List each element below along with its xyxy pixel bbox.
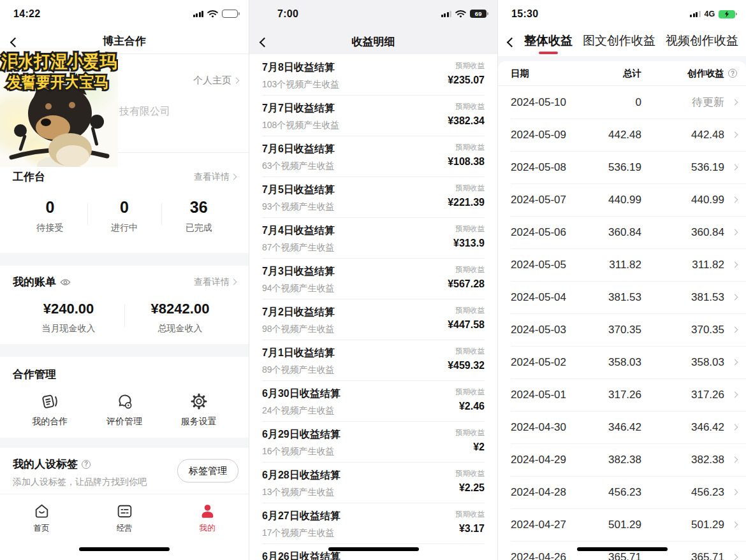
income-settlement-row[interactable]: 6月29日收益结算 16个视频产生收益 预期收益 ¥2 [249, 421, 497, 462]
bill-month-income[interactable]: ¥240.00 当月现金收入 [13, 301, 124, 334]
row-creation-income: 360.84 [641, 226, 724, 239]
row-date: 2024-05-05 [511, 259, 586, 271]
persona-title: 我的人设标签 [13, 457, 78, 471]
tab-home[interactable]: 首页 [0, 502, 83, 560]
income-table-row[interactable]: 2024-05-10 0 待更新 [498, 86, 746, 118]
income-settlement-row[interactable]: 7月6日收益结算 63个视频产生收益 预期收益 ¥108.38 [249, 136, 497, 176]
chevron-right-icon [732, 359, 738, 366]
row-total: 365.71 [586, 551, 641, 560]
income-table-row[interactable]: 2024-05-01 317.26 317.26 [498, 378, 746, 411]
row-creation-income: 370.35 [641, 324, 724, 336]
row-date: 2024-05-06 [511, 226, 586, 239]
row-total: 501.29 [586, 519, 641, 531]
income-settlement-row[interactable]: 7月3日收益结算 94个视频产生收益 预期收益 ¥567.28 [249, 258, 497, 299]
row-date: 2024-05-08 [511, 161, 586, 174]
income-table-row[interactable]: 2024-05-09 442.48 442.48 [498, 118, 746, 151]
income-table-row[interactable]: 2024-05-04 381.53 381.53 [498, 281, 746, 313]
income-settlement-list: 7月8日收益结算 103个视频产生收益 预期收益 ¥235.07 7月7日收益结… [249, 54, 497, 560]
question-icon[interactable]: ? [82, 460, 91, 469]
tab-graphic-income[interactable]: 图文创作收益 [583, 32, 655, 53]
question-icon[interactable]: ? [728, 69, 737, 78]
income-settlement-row[interactable]: 7月7日收益结算 108个视频产生收益 预期收益 ¥382.34 [249, 95, 497, 136]
row-creation-income: 456.23 [641, 486, 724, 499]
stat-completed[interactable]: 36 已完成 [161, 198, 236, 234]
income-settlement-row[interactable]: 6月27日收益结算 17个视频产生收益 预期收益 ¥3.17 [249, 503, 497, 543]
section-divider [0, 438, 249, 448]
settlement-subtitle: 93个视频产生收益 [262, 201, 335, 213]
income-table-row[interactable]: 2024-05-06 360.84 360.84 [498, 216, 746, 248]
status-time: 14:22 [13, 8, 40, 20]
row-creation-income: 442.48 [641, 129, 724, 141]
stat-pending[interactable]: 0 待接受 [13, 198, 87, 234]
row-total: 346.42 [586, 421, 641, 434]
income-table-row[interactable]: 2024-04-30 346.42 346.42 [498, 411, 746, 443]
tab-profile[interactable]: 我的 [166, 502, 249, 560]
income-settlement-row[interactable]: 6月28日收益结算 13个视频产生收益 预期收益 ¥2.25 [249, 462, 497, 503]
signal-icon [441, 11, 452, 17]
row-total: 360.84 [586, 226, 641, 239]
profile-home-link[interactable]: 个人主页 [193, 75, 238, 87]
sticker-text-line1: 泪水打湿小爱玛 [1, 52, 117, 71]
tab-video-income[interactable]: 视频创作收益 [666, 32, 738, 53]
income-settlement-row[interactable]: 7月8日收益结算 103个视频产生收益 预期收益 ¥235.07 [249, 54, 497, 95]
tab-overall-income[interactable]: 整体收益 [524, 32, 573, 53]
status-time: 15:30 [511, 8, 538, 20]
settlement-title: 7月2日收益结算 [262, 306, 335, 319]
settlement-title: 6月26日收益结算 [262, 550, 340, 560]
chevron-right-icon [732, 554, 738, 560]
section-divider [0, 344, 249, 357]
row-creation-income: 440.99 [641, 194, 724, 206]
stat-in-progress[interactable]: 0 进行中 [87, 198, 162, 234]
row-creation-income: 382.38 [641, 454, 724, 466]
settlement-subtitle: 16个视频产生收益 [262, 446, 340, 457]
service-settings-button[interactable]: 服务设置 [161, 392, 236, 427]
back-button[interactable] [11, 37, 18, 48]
bills-card: 我的账单 查看详情 ¥240.00 当月现金收入 ¥8242.00 [0, 266, 249, 344]
header-creation-income: 创作收益 [641, 68, 724, 80]
income-table-row[interactable]: 2024-05-07 440.99 440.99 [498, 183, 746, 216]
tag-management-button[interactable]: 标签管理 [177, 459, 238, 483]
income-table-row[interactable]: 2024-05-08 536.19 536.19 [498, 151, 746, 183]
row-date: 2024-05-10 [511, 96, 586, 109]
expected-income-label: 预期收益 [448, 347, 485, 356]
tab-business[interactable]: 经营 [83, 502, 166, 560]
income-detail-screen: 7:00 69 收益明细 [249, 0, 497, 560]
income-settlement-row[interactable]: 6月30日收益结算 24个视频产生收益 预期收益 ¥2.46 [249, 380, 497, 421]
income-table-row[interactable]: 2024-04-28 456.23 456.23 [498, 476, 746, 508]
my-cooperation-button[interactable]: 我的合作 [13, 392, 87, 427]
chevron-right-icon [732, 522, 738, 528]
back-button[interactable] [508, 37, 515, 48]
eye-icon[interactable] [60, 278, 71, 286]
row-total: 317.26 [586, 389, 641, 401]
expected-income-amount: ¥2 [455, 442, 485, 453]
status-time: 7:00 [277, 8, 298, 20]
income-settlement-row[interactable]: 6月26日收益结算 [249, 543, 497, 560]
profile-icon [198, 502, 217, 521]
battery-charging-icon [719, 10, 737, 18]
table-header-row: 日期 总计 创作收益 ? [498, 61, 746, 86]
bills-detail-link[interactable]: 查看详情 [194, 276, 236, 288]
income-settlement-row[interactable]: 7月1日收益结算 89个视频产生收益 预期收益 ¥459.32 [249, 340, 497, 380]
chevron-right-icon [732, 197, 738, 203]
bill-total-income[interactable]: ¥8242.00 总现金收入 [124, 301, 236, 334]
review-management-button[interactable]: 评价管理 [87, 392, 162, 427]
back-button[interactable] [261, 37, 268, 48]
income-table-row[interactable]: 2024-04-27 501.29 501.29 [498, 508, 746, 541]
row-creation-income: 358.03 [641, 356, 724, 369]
income-settlement-row[interactable]: 7月4日收益结算 87个视频产生收益 预期收益 ¥313.9 [249, 217, 497, 258]
settlement-title: 7月5日收益结算 [262, 183, 335, 197]
income-table-row[interactable]: 2024-05-03 370.35 370.35 [498, 313, 746, 346]
chevron-right-icon [732, 327, 738, 333]
income-table-row[interactable]: 2024-05-02 358.03 358.03 [498, 346, 746, 378]
settlement-title: 7月3日收益结算 [262, 265, 335, 278]
income-settlement-row[interactable]: 7月2日收益结算 98个视频产生收益 预期收益 ¥447.58 [249, 299, 497, 340]
income-table-row[interactable]: 2024-04-29 382.38 382.38 [498, 443, 746, 476]
chevron-right-icon [732, 164, 738, 171]
row-date: 2024-05-09 [511, 129, 586, 141]
settlement-subtitle: 98个视频产生收益 [262, 324, 335, 335]
income-settlement-row[interactable]: 7月5日收益结算 93个视频产生收益 预期收益 ¥221.39 [249, 176, 497, 217]
settlement-title: 7月4日收益结算 [262, 224, 335, 238]
income-table-row[interactable]: 2024-05-05 311.82 311.82 [498, 248, 746, 281]
workbench-detail-link[interactable]: 查看详情 [194, 171, 236, 183]
expected-income-amount: ¥235.07 [448, 75, 485, 86]
